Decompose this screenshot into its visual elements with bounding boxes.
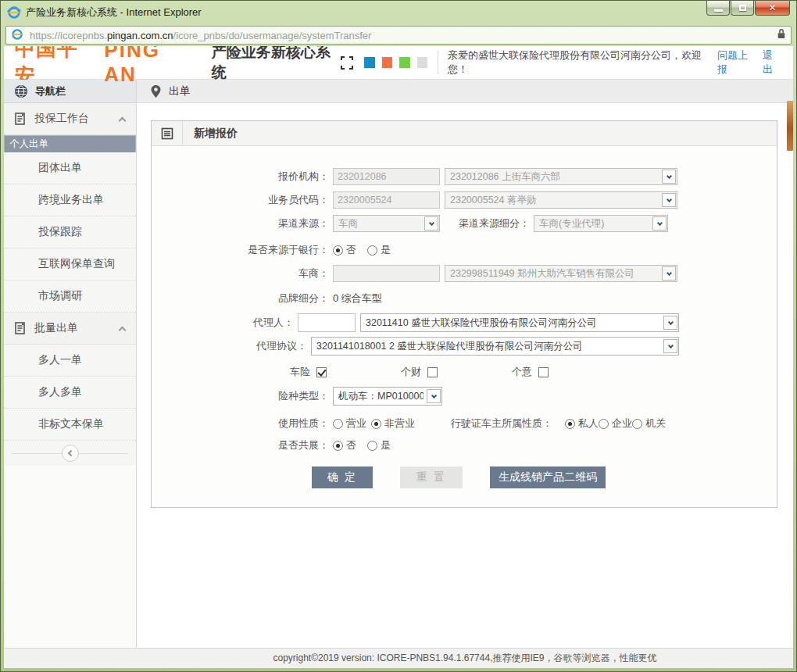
sidebar-section-label: 批量出单 (34, 321, 78, 335)
quote-org-select[interactable]: 232012086 上街车商六部 (445, 168, 677, 185)
sidebar-item-multi-person-multi-policy[interactable]: 多人多单 (4, 377, 136, 409)
dropdown-arrow-icon (424, 216, 438, 231)
app-title: 产险业务新核心系统 (212, 46, 341, 83)
radio-icon (333, 419, 343, 429)
car-dealer-code-input[interactable] (333, 265, 440, 282)
location-pin-icon (151, 85, 161, 98)
reset-button[interactable]: 重 置 (400, 466, 463, 488)
dropdown-arrow-icon (663, 316, 677, 330)
chevron-left-icon (67, 450, 73, 456)
owner-agency-option[interactable]: 机关 (632, 416, 666, 431)
brand-detail-label: 品牌细分： (152, 291, 333, 306)
radio-checked-icon (333, 245, 343, 256)
header-right: 亲爱的盛世大联保险代理股份有限公司河南分公司，欢迎您！ 问题上报 退出 (341, 48, 782, 77)
logout-link[interactable]: 退出 (763, 48, 782, 77)
field-from-bank: 是否来源于银行： 否 是 (152, 243, 761, 257)
theme-square-green (399, 57, 409, 68)
form-document-icon (161, 127, 173, 140)
car-insurance-option[interactable]: 车险 (290, 365, 327, 379)
joint-label: 是否共展： (152, 438, 333, 452)
agent-label: 代理人： (152, 316, 298, 330)
generate-qrcode-button[interactable]: 生成线销产品二维码 (490, 466, 606, 488)
new-quote-panel: 新增报价 报价机构： 232012086 上街车商六部 业务 (151, 120, 777, 508)
radio-icon (599, 419, 609, 429)
edge-highlight-strip (787, 101, 793, 151)
sidebar-item-internet-policy-query[interactable]: 互联网保单查询 (4, 248, 136, 281)
insurance-type-label: 险种类型： (152, 389, 333, 403)
radio-icon (367, 441, 377, 451)
agent-code-input[interactable] (298, 313, 356, 332)
dropdown-arrow-icon (662, 170, 676, 184)
panel-icon-cell (152, 121, 183, 145)
personal-property-option[interactable]: 个财 (401, 365, 438, 379)
radio-checked-icon (371, 419, 381, 429)
fullscreen-icon[interactable] (341, 56, 353, 70)
owner-private-option[interactable]: 私人 (565, 416, 599, 431)
restore-button[interactable] (731, 1, 754, 16)
sidebar-item-group-issue[interactable]: 团体出单 (4, 152, 136, 184)
sidebar-item-multi-person-single-policy[interactable]: 多人一单 (4, 345, 136, 377)
sidebar-section-batch-issue[interactable]: 批量出单 (4, 313, 136, 345)
sidebar-item-crossborder-issue[interactable]: 跨境业务出单 (4, 184, 136, 216)
sidebar-filler (4, 466, 136, 648)
sidebar: 导航栏 投保工作台 个人出单 团体出单 跨境业务出单 投保跟踪 互联网保单查询 … (4, 80, 137, 648)
salesman-code-input[interactable] (333, 191, 440, 209)
breadcrumb: 出单 (137, 80, 793, 103)
quote-org-code-input[interactable] (333, 168, 440, 185)
channel-detail-select[interactable]: 车商(专业代理) (534, 215, 668, 232)
radio-checked-icon (333, 441, 343, 451)
breadcrumb-label: 出单 (169, 84, 191, 98)
sidebar-item-nonstandard-text-policy[interactable]: 非标文本保单 (4, 409, 136, 441)
panel-title: 新增报价 (183, 121, 238, 145)
joint-yes-option[interactable]: 是 (367, 438, 391, 452)
copyright-text: copyright©2019 version: ICORE-PNBS1.94.1… (273, 652, 656, 665)
owner-enterprise-option[interactable]: 企业 (599, 416, 632, 431)
field-salesman: 业务员代码： 2320005524 蒋举勋 (152, 191, 761, 209)
from-bank-yes-option[interactable]: 是 (367, 243, 391, 257)
sidebar-collapse-button[interactable] (62, 445, 79, 462)
usage-nonbusiness-option[interactable]: 非营业 (371, 416, 415, 431)
app-header: 中国平安 PING AN 产险业务新核心系统 亲爱的盛世大联保险代理股份有限公司… (4, 46, 793, 80)
agreement-select[interactable]: 3201141018001 2 盛世大联保险代理股份有限公司河南分公司 (311, 337, 679, 356)
car-dealer-select[interactable]: 232998511949 郑州大助汽车销售有限公司 (445, 265, 677, 282)
sidebar-item-personal-issue[interactable]: 个人出单 (4, 135, 136, 152)
agreement-label: 代理协议： (152, 339, 311, 353)
radio-checked-icon (565, 419, 575, 429)
salesman-label: 业务员代码： (152, 193, 333, 207)
lock-icon (777, 28, 786, 42)
sidebar-section-underwriting[interactable]: 投保工作台 (4, 103, 136, 135)
insurance-type-select[interactable]: 机动车：MP01000001\MP0 (333, 387, 442, 406)
dropdown-arrow-icon (427, 389, 441, 403)
restore-icon (739, 5, 746, 11)
confirm-button[interactable]: 确 定 (312, 466, 373, 488)
usage-business-option[interactable]: 营业 (333, 416, 366, 431)
channel-select[interactable]: 车商 (333, 215, 440, 232)
window-controls: ✕ (706, 1, 790, 16)
sidebar-item-market-research[interactable]: 市场调研 (4, 281, 136, 313)
field-joint-development: 是否共展： 否 是 (152, 438, 761, 452)
field-quote-org: 报价机构： 232012086 上街车商六部 (152, 168, 761, 185)
close-button[interactable]: ✕ (755, 1, 790, 16)
agent-select[interactable]: 32011410 盛世大联保险代理股份有限公司河南分公司 (360, 313, 679, 332)
checkbox-checked-icon (316, 367, 327, 377)
salesman-select[interactable]: 2320005524 蒋举勋 (445, 191, 677, 209)
owner-label: 行驶证车主所属性质： (451, 416, 552, 431)
joint-no-option[interactable]: 否 (333, 438, 356, 452)
sidebar-nav-title: 导航栏 (35, 84, 66, 98)
button-row: 确 定 重 置 生成线销产品二维码 (152, 466, 761, 488)
browser-window: 产险业务新核心系统 - Internet Explorer ✕ https://… (0, 0, 797, 672)
ie-icon (7, 5, 21, 20)
header-divider (438, 51, 438, 74)
report-issue-link[interactable]: 问题上报 (717, 48, 756, 77)
minimize-button[interactable] (706, 1, 730, 16)
sidebar-item-policy-tracking[interactable]: 投保跟踪 (4, 216, 136, 248)
page: 中国平安 PING AN 产险业务新核心系统 亲爱的盛世大联保险代理股份有限公司… (4, 46, 793, 668)
field-insurance-type: 险种类型： 机动车：MP01000001\MP0 (152, 387, 761, 406)
globe-icon (15, 85, 27, 98)
panel-body: 报价机构： 232012086 上街车商六部 业务员代码： 23200 (152, 146, 777, 507)
chevron-up-icon (119, 116, 127, 124)
personal-accident-option[interactable]: 个意 (512, 365, 549, 379)
address-bar[interactable]: https://icorepnbs.pingan.com.cn/icore_pn… (5, 26, 792, 45)
theme-square-blue (364, 57, 374, 68)
from-bank-no-option[interactable]: 否 (333, 243, 356, 257)
